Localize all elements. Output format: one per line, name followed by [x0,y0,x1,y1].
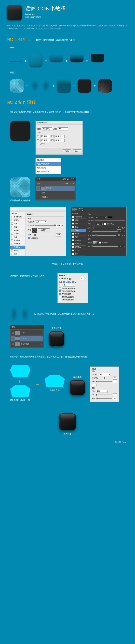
sl-tab[interactable]: 图层 [12,326,15,328]
lsd-d-texture[interactable]: 纹理 [71,222,86,226]
fill-value[interactable]: 100% [70,182,74,185]
rounded-rect-dialog[interactable]: 创建圆角矩形 宽度: 120 像素 高度: 120 半径: 20 像素 20 像… [35,121,83,155]
center-check[interactable] [37,143,39,145]
layer-effects-row[interactable]: 效果 [37,192,75,195]
r4-check[interactable] [51,139,54,142]
lsd-d-satin[interactable]: 光泽 [71,236,86,239]
r1-input[interactable]: 20 像素 [40,135,50,138]
aa-check[interactable] [99,242,101,244]
ok-button[interactable]: 确定 [73,150,81,153]
knockout-select[interactable]: 无▾ [63,284,75,287]
r3-check[interactable] [37,139,39,142]
layer-row-1[interactable]: 圆角矩形 1 fx [37,186,75,191]
link-check[interactable] [28,237,30,239]
advanced-blend-dialog[interactable]: 高级混合 填充不透明度:0% 通道:RGB 挖空:无▾ 将内部效果混合成组 将剪… [57,273,88,303]
choke-input[interactable]: 0 [119,230,123,233]
shading-layers-panel[interactable]: 图层 ↓厚影 1 ↓厚影 2 圆角矩形 1fx [10,325,44,348]
lsd-d-contour[interactable]: 等高线 [71,219,86,222]
d-noise-slider[interactable] [92,246,118,246]
eye-icon[interactable] [37,187,40,190]
r2-check[interactable] [51,135,54,137]
lsd-d-inner-glow[interactable]: 内发光 [71,232,86,236]
blend-select[interactable]: 正常▾ [35,220,47,223]
layer-style-dialog-light[interactable]: 混合选项 斜面和浮雕 等高线 纹理 描边 内阴影 内发光 光泽 颜色叠加 渐变叠… [10,212,66,256]
lsd-d-color[interactable]: 颜色叠加 [71,239,86,242]
context-menu[interactable]: 编组图层... 转换为智能对象 栅格化图层 栅格化图层样式 [35,158,61,174]
sl-row-1[interactable]: ↓厚影 1 [11,330,43,336]
og-spread-slider[interactable] [96,394,112,395]
opacity-value[interactable]: 100% [70,178,75,180]
d-size-slider[interactable] [92,235,116,236]
menu-item-rasterize[interactable]: 栅格化图层 [36,166,61,170]
ab-fill-input[interactable]: 0 [80,277,84,280]
lsd-texture[interactable]: 纹理 [10,222,25,226]
angle-dial[interactable] [92,222,95,226]
contour-swatch[interactable] [93,241,98,244]
height-input[interactable]: 120 [58,128,68,130]
og-noise-slider[interactable] [96,382,112,382]
pattern-swatch[interactable] [32,228,37,233]
lsd-gradient-overlay[interactable]: 渐变叠加 [10,242,25,246]
d-dist-slider[interactable] [92,228,116,228]
lsd-bevel[interactable]: 斜面和浮雕 [10,215,25,219]
cancel-button[interactable]: 取消 [63,150,71,153]
global-check[interactable] [104,223,106,225]
lsd-d-drop[interactable]: 投影 [71,252,86,256]
menu-item-rasterize-style[interactable]: 栅格化图层样式 [36,170,61,174]
noise-input[interactable]: 0 [119,245,123,248]
sl-row-2[interactable]: ↓厚影 2 [11,336,43,341]
lsd-satin[interactable]: 光泽 [10,236,25,239]
lsd-pattern-overlay[interactable]: 图案叠加 [10,246,25,249]
sl-row-3[interactable]: 圆角矩形 1fx [11,342,43,347]
r2-input[interactable]: 20 像素 [55,135,65,138]
opacity-slider[interactable] [35,225,55,226]
layer-style-dialog-dark[interactable]: 混合选项 斜面和浮雕 等高线 纹理 描边 内阴影 内发光 光泽 颜色叠加 渐变叠… [71,212,126,256]
opacity-input[interactable]: 100 [56,224,61,227]
layers-tab[interactable]: 正常 [37,178,40,180]
lsd-d-bevel[interactable]: 斜面和浮雕 [71,215,86,219]
lsd-outer-glow[interactable]: 外发光 [10,249,25,252]
d-choke-slider[interactable] [92,232,118,232]
lsd-inner-glow[interactable]: 内发光 [10,232,25,236]
snap-button[interactable]: 贴紧原点 [38,228,50,232]
dist-input[interactable]: 7 [117,226,121,230]
lsd-inner-shadow[interactable]: 内阴影 [10,229,25,232]
lsd-drop-shadow[interactable]: 投影 [10,252,25,256]
scale-input[interactable]: 100 [56,234,61,236]
lsd-contour[interactable]: 等高线 [10,219,25,222]
lsd-color-overlay[interactable]: 颜色叠加 [10,239,25,242]
og-color[interactable] [92,384,97,386]
layers-panel[interactable]: 正常 不透明度: 100% 锁定: 填充: 100% 圆角矩形 1 fx 效果 … [35,177,76,200]
og-size-slider[interactable] [96,398,112,399]
width-input[interactable]: 120 像素 [42,128,52,130]
scale-slider[interactable] [32,235,55,235]
lsd-d-outer-glow[interactable]: 外发光 [71,249,86,252]
ab-fill-slider[interactable] [69,278,79,279]
lsd-stroke[interactable]: 描边 [10,226,25,229]
lsd-d-gradient[interactable]: 渐变叠加 [71,242,86,246]
lsd-d-pattern[interactable]: 图案叠加 [71,246,86,249]
lsd-blend[interactable]: 混合选项 [10,212,25,215]
menu-item-group[interactable]: 编组图层... [36,158,61,162]
angle-input[interactable]: -90 [96,223,101,226]
fx-badge[interactable]: fx [73,188,74,189]
r3-input[interactable]: 20 像素 [40,139,50,142]
eye-icon[interactable] [12,337,14,340]
size-input[interactable]: 40 [117,234,121,237]
layer-pattern-row[interactable]: 图案叠加 [37,196,75,199]
r1-check[interactable] [37,135,39,137]
lsd-d-inner-shadow[interactable]: 内阴影 [71,229,86,232]
eye-icon[interactable] [12,343,14,346]
og-op-slider[interactable] [99,378,112,378]
eye-icon[interactable] [12,332,14,334]
r4-input[interactable]: 20 像素 [55,139,65,142]
lsd-d-stroke[interactable]: 描边 [71,226,86,229]
og-blend-select[interactable]: 正常▾ [99,373,111,376]
d-opacity-slider[interactable] [95,220,125,221]
outer-glow-dialog[interactable]: 外发光 结构 混合模式:正常▾ 不透明度:35 杂色:0 图素 方法:柔和▾ 扩… [90,366,119,402]
d-blend-select[interactable]: 正常▾ [95,216,107,219]
menu-item-smart-object[interactable]: 转换为智能对象 [36,162,61,166]
color-swatch[interactable] [107,216,112,219]
og-method-select[interactable]: 柔和▾ [96,390,108,393]
lsd-d-blend[interactable]: 混合选项 [71,212,86,215]
